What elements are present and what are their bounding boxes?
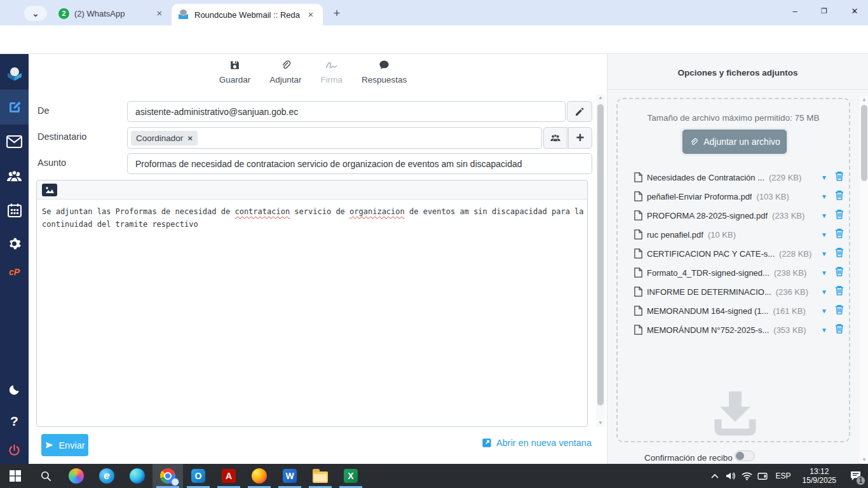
outlook-icon: O xyxy=(191,469,205,483)
taskbar-word[interactable]: W xyxy=(275,464,305,488)
windows-logo-icon xyxy=(10,470,21,482)
delete-file-icon[interactable] xyxy=(835,304,844,317)
subject-input[interactable]: Proformas de necesidad de contratacion s… xyxy=(127,153,592,174)
file-name: MEMORÁNDUM N°752-2025-s... xyxy=(647,325,769,335)
scroll-up-icon[interactable]: ▲ xyxy=(860,96,868,104)
screen-cast-icon[interactable] xyxy=(755,472,771,480)
delete-file-icon[interactable] xyxy=(835,247,844,260)
signature-button[interactable]: Firma xyxy=(321,59,343,85)
file-menu-icon[interactable]: ▼ xyxy=(821,193,827,200)
scroll-down-icon[interactable]: ▼ xyxy=(860,456,868,464)
recipient-chip[interactable]: Coordinador × xyxy=(131,131,198,146)
sidebar-item-mail[interactable] xyxy=(0,125,29,159)
attach-file-button[interactable]: Adjuntar un archivo xyxy=(682,130,787,154)
taskbar-chrome[interactable] xyxy=(153,464,183,488)
taskbar-outlook[interactable]: O xyxy=(183,464,214,488)
open-new-window-link[interactable]: Abrir en nueva ventana xyxy=(482,438,592,448)
taskbar-edge[interactable] xyxy=(122,464,153,488)
sidebar-item-contacts[interactable] xyxy=(0,159,29,193)
taskbar-acrobat[interactable]: A xyxy=(214,464,244,488)
delete-file-icon[interactable] xyxy=(835,266,844,279)
volume-icon[interactable] xyxy=(723,471,739,480)
to-input[interactable]: Coordinador × xyxy=(127,127,542,149)
delete-file-icon[interactable] xyxy=(835,228,844,241)
sidebar-item-calendar[interactable] xyxy=(0,193,29,227)
file-menu-icon[interactable]: ▼ xyxy=(821,212,827,219)
scrollbar-thumb[interactable] xyxy=(861,105,867,181)
attachment-row[interactable]: peñafiel-Enviar Proforma.pdf (103 KB) ▼ xyxy=(634,187,844,206)
pdf-file-icon xyxy=(634,287,642,297)
delete-file-icon[interactable] xyxy=(835,171,844,184)
message-editor[interactable]: Se adjuntan las Proformas de necesidad d… xyxy=(36,180,588,427)
insert-image-button[interactable] xyxy=(42,184,57,196)
window-minimize-button[interactable]: – xyxy=(780,0,810,22)
send-button[interactable]: Enviar xyxy=(41,434,88,456)
new-tab-button[interactable]: + xyxy=(329,6,344,21)
tab-whatsapp[interactable]: 2 (2) WhatsApp × xyxy=(52,5,172,22)
delete-file-icon[interactable] xyxy=(835,209,844,222)
tab-search-button[interactable]: ⌄ xyxy=(24,6,47,21)
compose-scrollbar[interactable]: ▲ ▼ xyxy=(596,94,605,427)
save-button[interactable]: Guardar xyxy=(219,59,251,85)
responses-button[interactable]: Respuestas xyxy=(362,59,407,85)
attachment-row[interactable]: MEMORÁNDUM N°752-2025-s... (353 KB) ▼ xyxy=(634,320,844,339)
panel-scrollbar[interactable]: ▲ ▼ xyxy=(860,96,868,464)
add-recipient-button[interactable]: + xyxy=(568,127,592,149)
window-close-button[interactable]: ✕ xyxy=(840,0,868,22)
taskbar-clock[interactable]: 13:12 15/9/2025 xyxy=(796,467,843,485)
attachment-row[interactable]: PROFORMA 28-2025-signed.pdf (233 KB) ▼ xyxy=(634,206,844,225)
from-input[interactable]: asistente-administrativo@sanjuan.gob.ec xyxy=(127,101,566,122)
delete-file-icon[interactable] xyxy=(835,285,844,298)
delete-file-icon[interactable] xyxy=(835,190,844,203)
taskbar-copilot[interactable] xyxy=(61,464,92,488)
taskbar-excel[interactable]: X xyxy=(336,464,366,488)
attachment-row[interactable]: MEMORANDUM 164-signed (1... (161 KB) ▼ xyxy=(634,301,844,320)
sidebar-item-settings[interactable] xyxy=(0,227,29,259)
close-icon[interactable]: × xyxy=(305,9,316,20)
message-body[interactable]: Se adjuntan las Proformas de necesidad d… xyxy=(37,200,587,231)
receipt-toggle[interactable] xyxy=(735,451,755,461)
attachment-row[interactable]: ruc penafiel.pdf (10 KB) ▼ xyxy=(634,225,844,244)
close-icon[interactable]: × xyxy=(154,8,165,19)
edit-identity-button[interactable] xyxy=(567,101,592,122)
wifi-icon[interactable] xyxy=(739,472,755,480)
file-menu-icon[interactable]: ▼ xyxy=(821,308,827,315)
taskbar-firefox[interactable] xyxy=(244,464,275,488)
file-menu-icon[interactable]: ▼ xyxy=(821,327,827,334)
file-menu-icon[interactable]: ▼ xyxy=(821,288,827,295)
sidebar-item-compose[interactable] xyxy=(0,90,29,125)
sidebar-item-dark-mode[interactable] xyxy=(0,375,29,403)
attach-button[interactable]: Adjuntar xyxy=(269,59,301,85)
delete-file-icon[interactable] xyxy=(835,323,844,336)
panel-divider xyxy=(607,89,868,90)
paper-plane-icon xyxy=(44,440,54,450)
sidebar-item-help[interactable]: ? xyxy=(0,407,29,435)
start-button[interactable] xyxy=(0,464,31,488)
attachment-row[interactable]: CERTIFICACION PAC Y CATE-s... (228 KB) ▼ xyxy=(634,244,844,263)
notification-center-button[interactable]: 1 xyxy=(843,471,868,481)
attachment-row[interactable]: Necesidades de Contratación ... (229 KB)… xyxy=(634,168,844,187)
sidebar-item-cpanel[interactable]: cP xyxy=(0,259,29,285)
file-menu-icon[interactable]: ▼ xyxy=(821,269,827,276)
windows-taskbar: e O A W X xyxy=(0,464,868,488)
address-book-button[interactable] xyxy=(543,127,567,149)
tray-chevron-icon[interactable] xyxy=(707,473,723,478)
language-indicator[interactable]: ESP xyxy=(771,471,796,480)
file-menu-icon[interactable]: ▼ xyxy=(821,174,827,181)
tab-roundcube[interactable]: Roundcube Webmail :: Redactar × xyxy=(172,4,323,25)
contacts-people-icon xyxy=(550,133,561,142)
file-menu-icon[interactable]: ▼ xyxy=(821,231,827,238)
chip-remove-icon[interactable]: × xyxy=(187,133,193,143)
file-menu-icon[interactable]: ▼ xyxy=(821,250,827,257)
taskbar-search-button[interactable] xyxy=(31,464,61,488)
scrollbar-thumb[interactable] xyxy=(597,104,604,405)
scroll-up-icon[interactable]: ▲ xyxy=(596,94,605,102)
taskbar-file-explorer[interactable] xyxy=(305,464,336,488)
window-restore-button[interactable]: ❐ xyxy=(810,0,839,22)
attachment-row[interactable]: Formato_4_TDR-signed-signed... (238 KB) … xyxy=(634,263,844,282)
scroll-down-icon[interactable]: ▼ xyxy=(596,419,605,427)
attachments-dropzone[interactable]: Tamaño de archivo máximo permitido: 75 M… xyxy=(616,98,850,442)
attachment-row[interactable]: INFORME DE DETERMINACIO... (236 KB) ▼ xyxy=(634,282,844,301)
sidebar-item-logout[interactable] xyxy=(0,437,29,463)
taskbar-internet-explorer[interactable]: e xyxy=(92,464,122,488)
